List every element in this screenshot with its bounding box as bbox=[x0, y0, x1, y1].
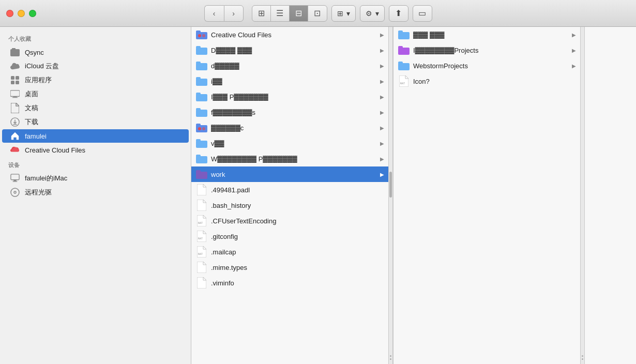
file-name-f7: .viminfo bbox=[211, 279, 384, 287]
file-row-f5[interactable]: RAT .mailcap bbox=[191, 244, 388, 260]
file-name-c2-1: ▓▓▓ ▓▓▓ bbox=[413, 31, 570, 39]
documents-icon bbox=[10, 103, 20, 113]
sidebar-item-documents[interactable]: 文稿 bbox=[2, 101, 189, 115]
chevron-5: ▶ bbox=[380, 110, 384, 115]
sidebar-item-downloads[interactable]: 下载 bbox=[2, 115, 189, 129]
file-name-f3: .CFUserTextEncoding bbox=[211, 217, 384, 225]
list-view-button[interactable]: ☰ bbox=[271, 5, 290, 22]
file-row-c2-1[interactable]: ▓▓▓ ▓▓▓ ▶ bbox=[393, 27, 580, 42]
monitor-icon bbox=[10, 174, 20, 183]
sidebar-item-label-famulei: famulei bbox=[25, 132, 47, 140]
folder-creative-icon bbox=[195, 28, 208, 41]
chevron-2: ▶ bbox=[380, 63, 384, 69]
svg-point-15 bbox=[14, 191, 16, 193]
file-row-6[interactable]: ▓▓▓▓▓▓c ▶ bbox=[191, 120, 388, 135]
scrollbar-thumb-1[interactable] bbox=[389, 172, 392, 198]
gallery-view-button[interactable]: ⊡ bbox=[308, 5, 327, 22]
file-name-c2-icon: Icon? bbox=[413, 78, 576, 85]
file-row-2[interactable]: d▓▓▓▓▓ ▶ bbox=[191, 58, 388, 73]
file-row-creative-cloud[interactable]: Creative Cloud Files ▶ bbox=[191, 27, 388, 42]
toolbar: ‹ › ⊞ ☰ ⊟ ⊡ ⊞ ▾ ⚙ ▾ ⬆ ▭ bbox=[204, 5, 432, 22]
apps-icon bbox=[10, 75, 20, 85]
svg-rect-47 bbox=[398, 63, 410, 70]
chevron-3: ▶ bbox=[380, 79, 384, 84]
folder-icon-6 bbox=[195, 122, 208, 134]
doc-icon-f3: RAT bbox=[195, 215, 208, 227]
sidebar-item-apps[interactable]: 应用程序 bbox=[2, 73, 189, 87]
doc-icon-f2 bbox=[195, 199, 208, 211]
svg-rect-1 bbox=[12, 48, 16, 50]
file-row-work[interactable]: work ▶ bbox=[191, 166, 388, 182]
chevron-4: ▶ bbox=[380, 94, 384, 100]
file-row-4[interactable]: I▓▓▓ P▓▓▓▓▓▓▓ ▶ bbox=[191, 89, 388, 104]
nav-group: ‹ › bbox=[204, 5, 244, 22]
svg-rect-3 bbox=[16, 76, 19, 80]
minimize-button[interactable] bbox=[18, 10, 25, 17]
sidebar-item-desktop[interactable]: 桌面 bbox=[2, 87, 189, 101]
scrollbar-1[interactable] bbox=[388, 27, 392, 364]
chevron-c2-3: ▶ bbox=[572, 63, 576, 69]
chevron-c2-1: ▶ bbox=[572, 32, 576, 38]
share-button[interactable]: ⬆ bbox=[389, 5, 408, 22]
file-row-c2-2[interactable]: I▓▓▓▓▓▓▓▓Projects ▶ bbox=[393, 42, 580, 58]
svg-rect-0 bbox=[10, 49, 20, 56]
file-row-f3[interactable]: RAT .CFUserTextEncoding bbox=[191, 213, 388, 229]
file-row-c2-icon[interactable]: RAT Icon? bbox=[393, 73, 580, 89]
sidebar-item-icloud[interactable]: iCloud 云盘 bbox=[2, 59, 189, 73]
sidebar-item-imac[interactable]: famulei的iMac bbox=[2, 172, 189, 185]
file-name-7: v▓▓ bbox=[211, 140, 378, 147]
file-row-5[interactable]: f▓▓▓▓▓▓▓▓s ▶ bbox=[191, 104, 388, 120]
settings-dropdown[interactable]: ⚙ ▾ bbox=[360, 5, 385, 22]
file-row-f2[interactable]: .bash_history bbox=[191, 198, 388, 213]
svg-rect-46 bbox=[398, 46, 403, 49]
file-row-f7[interactable]: .viminfo bbox=[191, 275, 388, 291]
svg-point-14 bbox=[11, 188, 19, 196]
chevron-7: ▶ bbox=[380, 141, 384, 146]
sidebar-item-label-downloads: 下载 bbox=[25, 117, 38, 127]
file-row-7[interactable]: v▓▓ ▶ bbox=[191, 135, 388, 151]
sidebar-item-qsync[interactable]: Qsync bbox=[2, 46, 189, 59]
empty-area bbox=[585, 27, 636, 364]
file-name-f5: .mailcap bbox=[211, 248, 384, 256]
file-name-3: i▓▓ bbox=[211, 78, 378, 85]
file-row-1[interactable]: D▓▓▓▓ ▓▓▓ ▶ bbox=[191, 42, 388, 58]
svg-rect-6 bbox=[10, 90, 20, 97]
file-row-3[interactable]: i▓▓ ▶ bbox=[191, 73, 388, 89]
file-name-creative-cloud: Creative Cloud Files bbox=[211, 31, 378, 39]
file-row-c2-3[interactable]: WebstormProjects ▶ bbox=[393, 58, 580, 73]
back-button[interactable]: ‹ bbox=[204, 5, 224, 22]
traffic-lights bbox=[6, 10, 36, 17]
svg-rect-11 bbox=[11, 174, 19, 180]
svg-rect-38 bbox=[196, 172, 207, 179]
sidebar-item-creative[interactable]: Creative Cloud Files bbox=[2, 143, 189, 157]
titlebar: ‹ › ⊞ ☰ ⊟ ⊡ ⊞ ▾ ⚙ ▾ ⬆ ▭ bbox=[0, 0, 636, 27]
scrollbar-2[interactable] bbox=[580, 27, 584, 364]
svg-rect-43 bbox=[398, 32, 410, 39]
svg-rect-24 bbox=[196, 79, 207, 86]
forward-button[interactable]: › bbox=[224, 5, 244, 22]
file-name-f1: .499481.padl bbox=[211, 186, 384, 194]
sidebar-item-label-remote: 远程光驱 bbox=[25, 188, 52, 197]
svg-rect-4 bbox=[11, 81, 14, 84]
file-name-f6: .mime.types bbox=[211, 264, 384, 271]
folder-icon-c2-1 bbox=[398, 28, 410, 41]
sidebar-item-famulei[interactable]: famulei bbox=[2, 129, 189, 143]
column-view-button[interactable]: ⊟ bbox=[290, 5, 308, 22]
file-row-f6[interactable]: .mime.types bbox=[191, 260, 388, 275]
folder-icon-work bbox=[195, 168, 208, 180]
group-dropdown[interactable]: ⊞ ▾ bbox=[331, 5, 356, 22]
file-row-f1[interactable]: .499481.padl bbox=[191, 182, 388, 198]
tags-button[interactable]: ▭ bbox=[413, 5, 432, 22]
icon-view-button[interactable]: ⊞ bbox=[252, 5, 271, 22]
close-button[interactable] bbox=[6, 10, 13, 17]
file-row-f4[interactable]: RAT .gitconfig bbox=[191, 229, 388, 244]
main-content: 个人收藏 Qsync iCloud 云盘 应用程序 桌面 bbox=[0, 27, 636, 364]
doc-icon-c2-icon: RAT bbox=[398, 75, 410, 87]
doc-icon-f5: RAT bbox=[195, 246, 208, 258]
folder-icon-4 bbox=[195, 90, 208, 103]
file-row-8[interactable]: W▓▓▓▓▓▓▓▓ P▓▓▓▓▓▓▓ ▶ bbox=[191, 151, 388, 166]
svg-rect-23 bbox=[196, 62, 201, 64]
chevron-8: ▶ bbox=[380, 156, 384, 162]
maximize-button[interactable] bbox=[29, 10, 36, 17]
sidebar-item-remote[interactable]: 远程光驱 bbox=[2, 186, 189, 199]
